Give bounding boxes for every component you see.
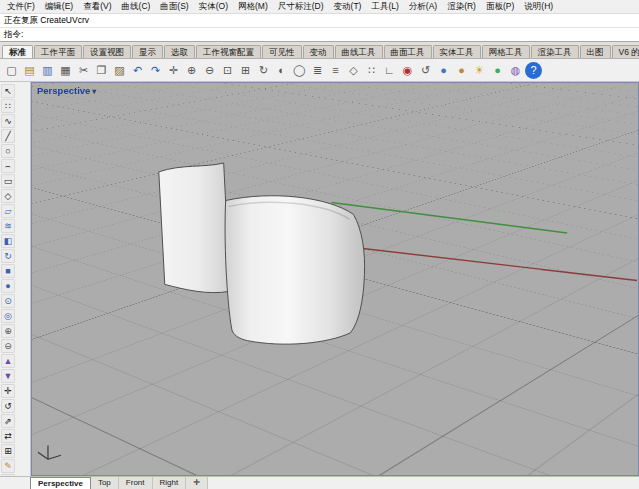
render-preview-icon[interactable]: ● — [453, 62, 470, 79]
mesh-edit-icon[interactable]: ▼ — [1, 369, 15, 383]
tab-surface-tools[interactable]: 曲面工具 — [384, 45, 432, 58]
wireframe-view-icon[interactable]: ◯ — [291, 62, 308, 79]
tab-transform[interactable]: 变动 — [303, 45, 334, 58]
menu-analyze[interactable]: 分析(A) — [404, 0, 442, 13]
command-area: 正在复原 CreateUVcrv 指令: — [0, 13, 639, 42]
save-file-icon[interactable]: ▥ — [39, 62, 56, 79]
line-tool-icon[interactable]: ╱ — [1, 129, 15, 143]
tab-standard[interactable]: 标准 — [2, 45, 33, 58]
open-file-icon[interactable]: ▤ — [21, 62, 38, 79]
tab-cplane[interactable]: 工作平面 — [34, 45, 82, 58]
history-icon[interactable]: ↺ — [417, 62, 434, 79]
select-tool-icon[interactable]: ↖ — [1, 84, 15, 98]
redo-icon[interactable]: ↷ — [147, 62, 164, 79]
menu-mesh[interactable]: 网格(M) — [233, 0, 273, 13]
tab-set-view[interactable]: 设置视图 — [83, 45, 131, 58]
move-tool-icon[interactable]: ✛ — [1, 384, 15, 398]
loft-tool-icon[interactable]: ≋ — [1, 219, 15, 233]
tab-viewport-layout[interactable]: 工作视窗配置 — [196, 45, 261, 58]
boolean-union-icon[interactable]: ⊕ — [1, 324, 15, 338]
layers-icon[interactable]: ≣ — [309, 62, 326, 79]
menu-curve[interactable]: 曲线(C) — [117, 0, 156, 13]
array-tool-icon[interactable]: ⊞ — [1, 444, 15, 458]
viewport-tab-perspective[interactable]: Perspective — [30, 477, 91, 489]
cut-icon[interactable]: ✂ — [75, 62, 92, 79]
menu-tools[interactable]: 工具(L) — [366, 0, 403, 13]
help-icon[interactable]: ? — [525, 62, 542, 79]
rotate-view-icon[interactable]: ↻ — [255, 62, 272, 79]
new-file-icon[interactable]: ▢ — [3, 62, 20, 79]
zoom-window-icon[interactable]: ⊡ — [219, 62, 236, 79]
tab-render-tools[interactable]: 渲染工具 — [531, 45, 579, 58]
ortho-icon[interactable]: ∟ — [381, 62, 398, 79]
object-snap-icon[interactable]: ◇ — [345, 62, 362, 79]
properties-icon[interactable]: ≡ — [327, 62, 344, 79]
viewport-tab-right[interactable]: Right — [153, 477, 187, 489]
tab-visibility[interactable]: 可见性 — [262, 45, 302, 58]
tab-solid-tools[interactable]: 实体工具 — [433, 45, 481, 58]
viewport-title[interactable]: Perspective▾ — [37, 85, 96, 96]
tab-new-in-v6[interactable]: V6 的新功能 — [612, 45, 639, 58]
perspective-viewport[interactable]: Perspective▾ — [31, 82, 639, 476]
render-icon[interactable]: ● — [435, 62, 452, 79]
gumball-icon[interactable]: ◉ — [399, 62, 416, 79]
menu-surface[interactable]: 曲面(S) — [155, 0, 193, 13]
tab-curve-tools[interactable]: 曲线工具 — [335, 45, 383, 58]
x-axis-line — [341, 246, 637, 281]
box-tool-icon[interactable]: ■ — [1, 264, 15, 278]
extrude-tool-icon[interactable]: ◧ — [1, 234, 15, 248]
viewport-tabs-menu-icon[interactable]: ✛ — [186, 477, 208, 489]
pan-icon[interactable]: ✛ — [165, 62, 182, 79]
menu-solid[interactable]: 实体(O) — [194, 0, 233, 13]
sphere-tool-icon[interactable]: ● — [1, 279, 15, 293]
menu-render[interactable]: 渲染(R) — [442, 0, 481, 13]
menu-panels[interactable]: 面板(P) — [481, 0, 519, 13]
revolve-tool-icon[interactable]: ↻ — [1, 249, 15, 263]
zoom-extents-icon[interactable]: ⊞ — [237, 62, 254, 79]
viewport-title-dropdown-icon[interactable]: ▾ — [92, 87, 96, 96]
print-icon[interactable]: ▦ — [57, 62, 74, 79]
viewport-tab-top[interactable]: Top — [91, 477, 119, 489]
menu-transform[interactable]: 变动(T) — [329, 0, 367, 13]
material-icon[interactable]: ● — [489, 62, 506, 79]
copy-icon[interactable]: ❐ — [93, 62, 110, 79]
menu-edit[interactable]: 编辑(E) — [40, 0, 78, 13]
menu-file[interactable]: 文件(F) — [2, 0, 40, 13]
paste-icon[interactable]: ▨ — [111, 62, 128, 79]
cylinder-tool-icon[interactable]: ⊙ — [1, 294, 15, 308]
grid-snap-icon[interactable]: ∷ — [363, 62, 380, 79]
mirror-tool-icon[interactable]: ⇄ — [1, 429, 15, 443]
pipe-tool-icon[interactable]: ◎ — [1, 309, 15, 323]
zoom-in-icon[interactable]: ⊕ — [183, 62, 200, 79]
viewport-tab-front[interactable]: Front — [119, 477, 153, 489]
sun-icon[interactable]: ☀ — [471, 62, 488, 79]
edit-points-icon[interactable]: ✎ — [1, 459, 15, 473]
curve-tool-icon[interactable]: ∿ — [1, 114, 15, 128]
command-prompt-input[interactable]: 指令: — [0, 28, 639, 41]
y-axis-line — [332, 202, 568, 233]
tab-drafting[interactable]: 出图 — [580, 45, 611, 58]
rotate-tool-icon[interactable]: ↺ — [1, 399, 15, 413]
mesh-tool-icon[interactable]: ▲ — [1, 354, 15, 368]
tab-display[interactable]: 显示 — [132, 45, 163, 58]
boolean-difference-icon[interactable]: ⊖ — [1, 339, 15, 353]
menu-help[interactable]: 说明(H) — [519, 0, 558, 13]
menu-dimension[interactable]: 尺寸标注(D) — [273, 0, 329, 13]
point-tool-icon[interactable]: ∷ — [1, 99, 15, 113]
surface-object-back-sheet[interactable] — [159, 163, 230, 293]
tab-select[interactable]: 选取 — [164, 45, 195, 58]
undo-icon[interactable]: ↶ — [129, 62, 146, 79]
rectangle-tool-icon[interactable]: ▭ — [1, 174, 15, 188]
environment-icon[interactable]: ◍ — [507, 62, 524, 79]
scale-tool-icon[interactable]: ⇗ — [1, 414, 15, 428]
polygon-tool-icon[interactable]: ◇ — [1, 189, 15, 203]
surface-object-front-roll[interactable] — [225, 196, 365, 344]
surface-tool-icon[interactable]: ▱ — [1, 204, 15, 218]
circle-tool-icon[interactable]: ○ — [1, 144, 15, 158]
menu-view[interactable]: 查看(V) — [78, 0, 116, 13]
shaded-view-icon[interactable]: ◐ — [273, 62, 290, 79]
tab-mesh-tools[interactable]: 网格工具 — [482, 45, 530, 58]
zoom-out-icon[interactable]: ⊖ — [201, 62, 218, 79]
command-history-line: 正在复原 CreateUVcrv — [0, 14, 639, 28]
arc-tool-icon[interactable]: ⌢ — [1, 159, 15, 173]
